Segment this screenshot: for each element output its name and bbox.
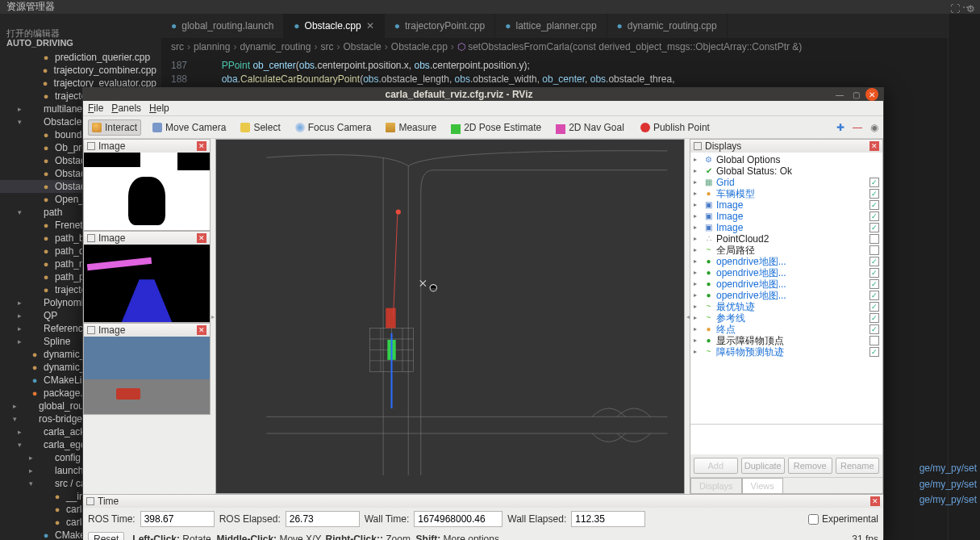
display-checkbox[interactable] — [869, 245, 879, 255]
splitter-left[interactable]: ▸ — [211, 139, 215, 494]
add-button[interactable]: Add — [694, 458, 738, 474]
menu-panels[interactable]: Panels — [111, 103, 141, 114]
tool-2d-pose-estimate[interactable]: 2D Pose Estimate — [448, 119, 544, 136]
pin-icon[interactable] — [87, 142, 95, 150]
duplicate-button[interactable]: Duplicate — [741, 458, 786, 474]
display-item[interactable]: ▸●opendrive地图...✓ — [692, 267, 881, 278]
close-panel-icon[interactable]: ✕ — [197, 325, 206, 335]
expand-icon[interactable]: ▸ — [694, 324, 701, 335]
tool-measure[interactable]: Measure — [382, 120, 440, 135]
breadcrumb-segment[interactable]: planning — [194, 41, 230, 52]
display-item[interactable]: ▸~全局路径 — [692, 245, 881, 256]
display-checkbox[interactable]: ✓ — [869, 223, 879, 232]
remove-button[interactable]: Remove — [788, 458, 832, 474]
3d-view[interactable] — [215, 139, 685, 494]
display-item[interactable]: ▸●显示障碍物顶点 — [692, 335, 881, 346]
reset-button[interactable]: Reset — [88, 532, 124, 540]
menu-help[interactable]: Help — [149, 103, 169, 114]
display-checkbox[interactable]: ✓ — [869, 268, 879, 278]
split-icon[interactable]: ⛶ — [950, 3, 960, 15]
breadcrumb-segment[interactable]: src — [320, 41, 333, 52]
expand-icon[interactable]: ▸ — [694, 245, 701, 256]
expand-icon[interactable]: ▸ — [694, 290, 701, 301]
tool-interact[interactable]: Interact — [88, 119, 141, 136]
display-checkbox[interactable]: ✓ — [869, 211, 879, 221]
display-checkbox[interactable] — [869, 234, 879, 244]
ros-time-field[interactable] — [140, 511, 215, 527]
display-item[interactable]: ▸●opendrive地图...✓ — [692, 256, 881, 267]
display-checkbox[interactable]: ✓ — [869, 279, 879, 289]
close-panel-icon[interactable]: ✕ — [869, 141, 879, 151]
pin-icon[interactable] — [87, 234, 95, 242]
display-item[interactable]: ▸▣Image✓ — [692, 199, 881, 211]
remove-tool-icon[interactable]: — — [853, 122, 862, 133]
tool-move-camera[interactable]: Move Camera — [149, 120, 229, 135]
expand-icon[interactable]: ▸ — [694, 233, 701, 245]
display-item[interactable]: ▸●车辆模型✓ — [692, 188, 881, 199]
tool-props-icon[interactable]: ◉ — [870, 122, 878, 133]
display-item[interactable]: ▸⚙Global Options — [692, 154, 881, 165]
expand-icon[interactable]: ▸ — [694, 211, 701, 222]
display-item[interactable]: ▸●opendrive地图...✓ — [692, 278, 881, 290]
editor-tab[interactable]: ●dynamic_routing.cpp — [607, 14, 728, 38]
display-checkbox[interactable]: ✓ — [869, 189, 879, 199]
display-item[interactable]: ▸~参考线✓ — [692, 312, 881, 324]
pin-icon[interactable] — [87, 326, 95, 334]
minimize-button[interactable]: — — [833, 88, 846, 101]
display-item[interactable]: ▸~最优轨迹✓ — [692, 301, 881, 312]
display-checkbox[interactable]: ✓ — [869, 324, 879, 334]
ros-elapsed-field[interactable] — [286, 511, 360, 527]
display-item[interactable]: ▸▦Grid✓ — [692, 177, 881, 188]
editor-tab[interactable]: ●lattice_planner.cpp — [495, 14, 607, 38]
display-checkbox[interactable] — [869, 336, 879, 345]
tool-select[interactable]: Select — [237, 120, 283, 135]
expand-icon[interactable]: ▸ — [694, 222, 701, 233]
pin-icon[interactable] — [694, 142, 702, 150]
breadcrumb-segment[interactable]: dynamic_routing — [240, 41, 311, 52]
close-time-panel[interactable]: ✕ — [870, 496, 880, 506]
expand-icon[interactable]: ▸ — [694, 301, 701, 312]
editor-tab[interactable]: ●global_routing.launch — [161, 14, 284, 38]
display-checkbox[interactable]: ✓ — [869, 313, 879, 323]
expand-icon[interactable]: ▸ — [694, 199, 701, 211]
breadcrumb-segment[interactable]: Obstacle — [343, 41, 381, 52]
pin-icon[interactable] — [86, 497, 94, 505]
expand-icon[interactable]: ▸ — [694, 278, 701, 290]
editor-tab[interactable]: ●Obstacle.cpp✕ — [284, 14, 384, 38]
display-item[interactable]: ▸●终点✓ — [692, 324, 881, 335]
expand-icon[interactable]: ▸ — [694, 335, 701, 346]
tool-focus-camera[interactable]: Focus Camera — [292, 120, 375, 135]
expand-icon[interactable]: ▸ — [694, 346, 701, 358]
display-item[interactable]: ▸▣Image✓ — [692, 222, 881, 233]
expand-icon[interactable]: ▸ — [694, 256, 701, 267]
display-item[interactable]: ▸▣Image✓ — [692, 211, 881, 222]
tab-displays[interactable]: Displays — [690, 478, 742, 493]
breadcrumb-segment[interactable]: src — [171, 41, 184, 52]
expand-icon[interactable]: ▸ — [694, 177, 701, 188]
file-item[interactable]: ●trajectory_combiner.cpp — [0, 64, 161, 77]
wall-time-field[interactable] — [414, 511, 503, 527]
display-checkbox[interactable]: ✓ — [869, 178, 879, 187]
close-panel-icon[interactable]: ✕ — [197, 141, 206, 151]
display-checkbox[interactable]: ✓ — [869, 291, 879, 300]
maximize-button[interactable]: ▢ — [849, 88, 862, 101]
breadcrumb-segment[interactable]: ⬡ setObstaclesFromCarla(const derived_ob… — [457, 41, 802, 52]
image-view-1[interactable] — [84, 153, 210, 230]
display-checkbox[interactable]: ✓ — [869, 257, 879, 266]
editor-tab[interactable]: ●trajectoryPoint.cpp — [385, 14, 496, 38]
menu-file[interactable]: File — [88, 103, 103, 114]
display-item[interactable]: ▸∴PointCloud2 — [692, 233, 881, 245]
gear-icon[interactable]: ⚙ — [966, 3, 975, 15]
display-item[interactable]: ▸●opendrive地图...✓ — [692, 290, 881, 301]
display-checkbox[interactable]: ✓ — [869, 347, 879, 357]
add-tool-icon[interactable]: ✚ — [836, 122, 844, 133]
wall-elapsed-field[interactable] — [571, 511, 645, 527]
file-item[interactable]: ●prediction_querier.cpp — [0, 51, 161, 64]
image-view-2[interactable] — [84, 245, 210, 322]
expand-icon[interactable]: ▸ — [694, 165, 701, 177]
expand-icon[interactable]: ▸ — [694, 267, 701, 278]
close-button[interactable]: ✕ — [865, 88, 878, 101]
expand-icon[interactable]: ▸ — [694, 312, 701, 324]
breadcrumb-segment[interactable]: Obstacle.cpp — [391, 41, 448, 52]
tool-2d-nav-goal[interactable]: 2D Nav Goal — [553, 119, 628, 136]
